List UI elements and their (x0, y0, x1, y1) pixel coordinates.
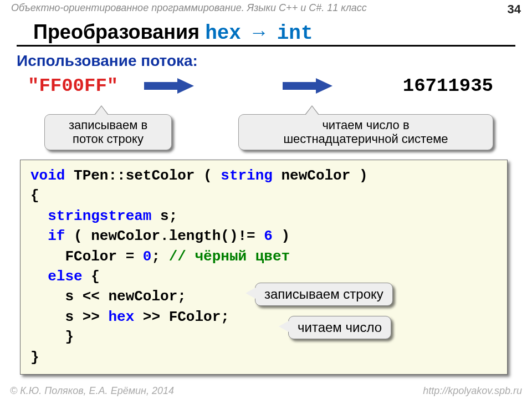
arrow-icon (144, 79, 194, 94)
code-line: } (30, 327, 497, 347)
title-hex: hex (205, 22, 241, 45)
callout-write-stream: записываем в поток строку (44, 114, 172, 150)
slide-title: Преобразования hex → int (17, 14, 515, 47)
callout-line: поток строку (73, 132, 144, 146)
code-line: s >> hex >> FColor; (30, 307, 497, 327)
code-line: stringstream s; (30, 206, 497, 226)
title-text: Преобразования (33, 21, 205, 43)
callout-line: читаем число в (322, 118, 409, 132)
callout-write-string: записываем строку (255, 283, 393, 306)
callout-read-hex: читаем число в шестнадцатеричной системе (238, 114, 493, 150)
callout-read-number: читаем число (288, 316, 391, 339)
code-line: } (30, 347, 497, 367)
arrow-icon (283, 79, 332, 94)
page-number: 34 (508, 2, 521, 17)
title-arrow: → (241, 22, 277, 45)
code-block: void TPen::setColor ( string newColor ) … (20, 160, 508, 375)
slide-footer: © К.Ю. Поляков, Е.А. Ерёмин, 2014 http:/… (10, 385, 522, 397)
callout-line: шестнадцатеричной системе (283, 132, 448, 146)
conversion-row: "FF00FF" 16711935 (17, 72, 515, 105)
code-line: if ( newColor.length()!= 6 ) (30, 226, 497, 246)
hex-literal: "FF00FF" (28, 75, 118, 96)
code-line: void TPen::setColor ( string newColor ) (30, 166, 497, 186)
int-value: 16711935 (403, 75, 493, 96)
footer-url: http://kpolyakov.spb.ru (423, 385, 522, 397)
code-line: FColor = 0; // чёрный цвет (30, 247, 497, 267)
callout-text: записываем строку (264, 287, 383, 301)
code-line: { (30, 186, 497, 206)
slide-header: Объектно-ориентированное программировани… (0, 0, 532, 14)
callout-line: записываем в (69, 118, 147, 132)
subtitle: Использование потока: (0, 49, 532, 72)
footer-author: © К.Ю. Поляков, Е.А. Ерёмин, 2014 (10, 385, 174, 397)
title-int: int (277, 22, 313, 45)
callout-text: читаем число (298, 320, 382, 335)
